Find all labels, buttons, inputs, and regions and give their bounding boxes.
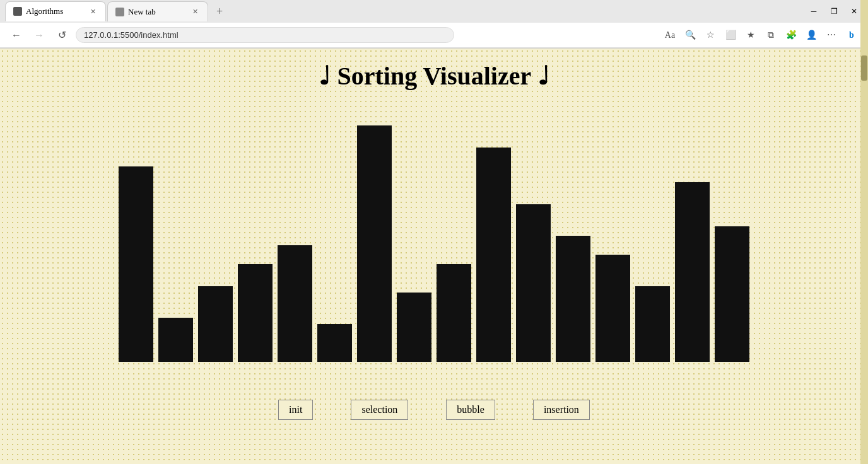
back-button[interactable]: ← [8, 26, 25, 44]
page-content: ♩ Sorting Visualizer ♩ init selection bu… [0, 49, 868, 464]
favorites-button[interactable]: ☆ [701, 26, 719, 44]
bar-14 [675, 182, 710, 362]
bar-12 [595, 255, 630, 362]
init-button[interactable]: init [278, 400, 313, 420]
tab-algorithms[interactable]: Algorithms ✕ [5, 1, 106, 21]
bar-7 [397, 293, 431, 362]
window-controls: ─ ❐ ✕ [805, 3, 863, 20]
selection-button[interactable]: selection [351, 400, 408, 420]
tab-close-button[interactable]: ✕ [88, 6, 98, 16]
tab-newtab[interactable]: New tab ✕ [107, 1, 208, 21]
bar-4 [278, 245, 312, 362]
chart-container [150, 110, 718, 362]
toolbar-right: Aa 🔍 ☆ ⬜ ★ ⧉ 🧩 👤 ⋯ b [661, 26, 860, 44]
bar-0 [119, 166, 153, 362]
bar-1 [158, 318, 193, 362]
buttons-row: init selection bubble insertion [278, 400, 590, 420]
insertion-button[interactable]: insertion [533, 400, 590, 420]
bar-9 [476, 148, 511, 362]
new-tab-button[interactable]: + [211, 3, 228, 20]
tab-favicon [13, 7, 22, 16]
bubble-button[interactable]: bubble [446, 400, 495, 420]
bar-6 [357, 125, 392, 362]
tab2-favicon [115, 8, 124, 16]
bar-10 [516, 204, 551, 362]
forward-button[interactable]: → [30, 26, 48, 44]
add-favorites-button[interactable]: ★ [742, 26, 760, 44]
page-title: ♩ Sorting Visualizer ♩ [319, 61, 549, 91]
bar-2 [198, 286, 233, 362]
search-button[interactable]: 🔍 [681, 26, 699, 44]
tab2-close-button[interactable]: ✕ [190, 7, 200, 17]
bar-15 [715, 226, 749, 362]
split-view-button[interactable]: ⬜ [722, 26, 739, 44]
bar-8 [437, 264, 471, 362]
scrollbar-thumb[interactable] [861, 55, 867, 81]
refresh-button[interactable]: ↺ [53, 26, 71, 44]
bar-5 [317, 324, 352, 362]
tab2-label: New tab [128, 7, 156, 17]
address-bar: ← → ↺ Aa 🔍 ☆ ⬜ ★ ⧉ 🧩 👤 ⋯ b [0, 23, 868, 48]
bar-3 [238, 264, 273, 362]
tab-bar: Algorithms ✕ New tab ✕ + ─ ❐ ✕ [0, 0, 868, 23]
extensions-button[interactable]: 🧩 [782, 26, 800, 44]
bar-11 [556, 236, 590, 362]
minimize-button[interactable]: ─ [805, 3, 823, 20]
bar-13 [635, 286, 670, 362]
tab-label: Algorithms [26, 6, 63, 16]
scrollbar[interactable] [860, 0, 868, 464]
reader-mode-button[interactable]: Aa [661, 26, 679, 44]
maximize-button[interactable]: ❐ [825, 3, 843, 20]
address-input[interactable] [76, 27, 454, 43]
more-button[interactable]: ⋯ [823, 26, 840, 44]
browser-chrome: Algorithms ✕ New tab ✕ + ─ ❐ ✕ ← → ↺ Aa … [0, 0, 868, 49]
bing-button[interactable]: b [843, 26, 860, 44]
profile-button[interactable]: 👤 [802, 26, 820, 44]
collections-button[interactable]: ⧉ [762, 26, 780, 44]
